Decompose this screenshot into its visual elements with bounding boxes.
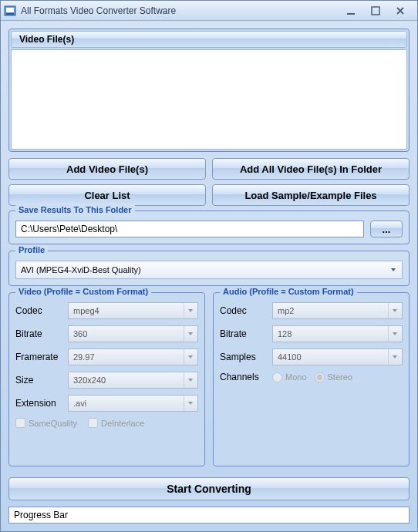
video-codec-select[interactable]: mpeg4: [68, 302, 198, 319]
maximize-button[interactable]: [366, 5, 385, 17]
chevron-down-icon: [184, 396, 196, 411]
video-bitrate-select[interactable]: 360: [68, 325, 198, 342]
clear-list-button[interactable]: Clear List: [8, 184, 206, 206]
profile-group: Profile AVI (MPEG4-XviD-Best Quality): [8, 251, 410, 286]
chevron-down-icon: [388, 264, 399, 275]
chevron-down-icon: [184, 303, 196, 318]
app-icon: [4, 5, 16, 17]
audio-codec-select[interactable]: mp2: [272, 302, 403, 319]
same-quality-checkbox[interactable]: SameQuality: [15, 418, 77, 428]
profile-select[interactable]: AVI (MPEG4-XviD-Best Quality): [15, 261, 403, 279]
save-folder-input[interactable]: C:\Users\Pete\Desktop\: [15, 221, 364, 237]
svg-rect-1: [6, 8, 14, 12]
chevron-down-icon: [388, 326, 400, 342]
progress-bar: Progress Bar: [8, 507, 410, 524]
minimize-button[interactable]: [342, 5, 360, 17]
load-sample-files-button[interactable]: Load Sample/Example Files: [212, 184, 410, 206]
video-size-select[interactable]: 320x240: [68, 372, 198, 389]
add-all-in-folder-button[interactable]: Add All Video File(s) In Folder: [212, 158, 410, 180]
video-framerate-select[interactable]: 29.97: [68, 348, 198, 365]
audio-channels-label: Channels: [220, 372, 268, 382]
svg-rect-2: [6, 13, 14, 15]
svg-rect-3: [347, 13, 355, 15]
video-codec-label: Codec: [15, 305, 63, 316]
profile-legend: Profile: [15, 245, 48, 254]
svg-rect-4: [372, 7, 379, 15]
video-framerate-label: Framerate: [15, 352, 63, 362]
profile-value: AVI (MPEG4-XviD-Best Quality): [21, 265, 141, 274]
video-extension-select[interactable]: .avi: [68, 395, 198, 412]
chevron-down-icon: [184, 326, 196, 342]
audio-legend: Audio (Profile = Custom Format): [220, 287, 357, 296]
audio-group: Audio (Profile = Custom Format) Codec mp…: [213, 292, 410, 466]
chevron-down-icon: [388, 349, 400, 365]
close-button[interactable]: [391, 5, 410, 17]
save-folder-group: Save Results To This Folder C:\Users\Pet…: [8, 210, 410, 244]
file-list-group: Video File(s): [8, 29, 410, 152]
content-area: Video File(s) Add Video File(s) Add All …: [1, 21, 417, 531]
chevron-down-icon: [184, 349, 196, 365]
window-controls: [342, 5, 414, 17]
audio-bitrate-label: Bitrate: [220, 328, 268, 339]
start-converting-button[interactable]: Start Converting: [8, 477, 410, 500]
audio-samples-select[interactable]: 44100: [272, 348, 403, 365]
chevron-down-icon: [388, 303, 400, 318]
channels-stereo-radio[interactable]: Stereo: [315, 372, 352, 382]
audio-codec-label: Codec: [220, 305, 268, 316]
titlebar: All Formats Video Converter Software: [1, 1, 417, 21]
audio-bitrate-select[interactable]: 128: [272, 325, 403, 342]
app-window: All Formats Video Converter Software Vid…: [0, 0, 418, 532]
add-video-files-button[interactable]: Add Video File(s): [8, 158, 206, 180]
file-list-header: Video File(s): [11, 31, 407, 48]
deinterlace-checkbox[interactable]: DeInterlace: [88, 418, 144, 428]
audio-samples-label: Samples: [220, 352, 268, 362]
video-bitrate-label: Bitrate: [15, 328, 63, 339]
video-group: Video (Profile = Custom Format) Codec mp…: [8, 292, 205, 466]
channels-mono-radio[interactable]: Mono: [272, 372, 307, 382]
window-title: All Formats Video Converter Software: [21, 5, 342, 16]
save-folder-legend: Save Results To This Folder: [15, 205, 135, 214]
browse-folder-button[interactable]: ...: [370, 221, 403, 237]
chevron-down-icon: [184, 372, 196, 388]
video-size-label: Size: [15, 375, 63, 386]
file-list[interactable]: [11, 49, 407, 150]
video-legend: Video (Profile = Custom Format): [15, 287, 151, 296]
video-extension-label: Extension: [15, 398, 63, 409]
